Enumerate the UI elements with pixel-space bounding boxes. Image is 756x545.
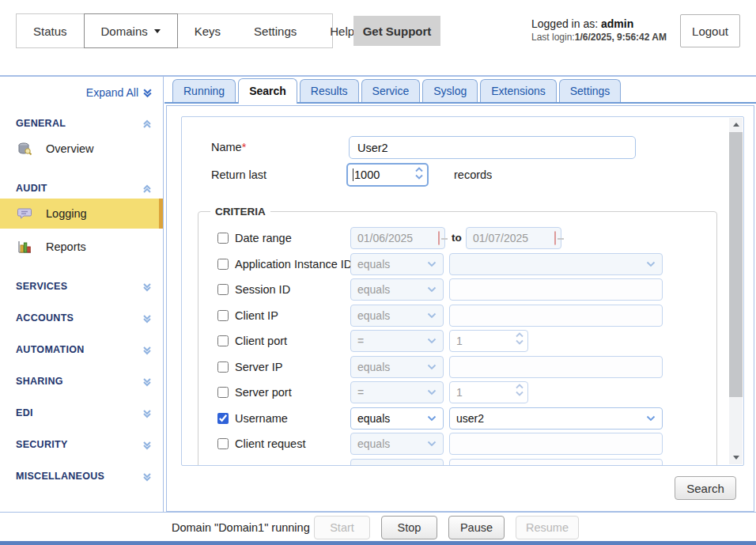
chevron-down-icon xyxy=(427,286,437,293)
logout-button[interactable]: Logout xyxy=(680,14,740,47)
spin-buttons[interactable] xyxy=(516,332,524,345)
sidebar: Expand All GENERAL Overview AUDIT xyxy=(0,77,164,512)
spin-down-icon[interactable] xyxy=(415,174,423,180)
expand-all-link[interactable]: Expand All xyxy=(0,77,163,99)
server-port-checkbox[interactable] xyxy=(217,387,229,398)
nav-domains[interactable]: Domains xyxy=(84,13,178,48)
port-number-input[interactable]: 1 xyxy=(449,381,528,403)
username-combobox[interactable]: user2 xyxy=(449,407,663,430)
tab-settings[interactable]: Settings xyxy=(559,79,622,102)
nav-status[interactable]: Status xyxy=(17,14,84,47)
value-input[interactable] xyxy=(449,278,663,301)
spin-buttons[interactable] xyxy=(415,167,423,180)
calendar-icon[interactable] xyxy=(438,232,440,244)
name-label: Name* xyxy=(211,141,246,153)
spin-up-icon[interactable] xyxy=(516,332,524,338)
operator-select[interactable]: equals xyxy=(350,253,444,275)
spin-up-icon[interactable] xyxy=(516,384,524,389)
sidebar-section-general[interactable]: GENERAL xyxy=(0,118,163,131)
nav-help-label: Help xyxy=(330,25,354,38)
username-checkbox[interactable] xyxy=(217,413,229,424)
resume-button[interactable]: Resume xyxy=(516,516,579,539)
client-request-checkbox[interactable] xyxy=(217,438,229,449)
port-number-input[interactable]: 1 xyxy=(449,330,528,352)
date-from-input[interactable]: 01/06/2025 xyxy=(350,227,445,249)
operator-select[interactable]: equals xyxy=(350,305,444,327)
operator-value: = xyxy=(357,335,364,347)
sidebar-item-overview[interactable]: Overview xyxy=(0,134,163,164)
start-button[interactable]: Start xyxy=(314,516,370,539)
main-nav: Status Domains Keys Settings Help xyxy=(16,13,333,48)
date-range-checkbox[interactable] xyxy=(217,233,229,244)
scrollbar-up-button[interactable] xyxy=(729,118,743,131)
session-id-checkbox[interactable] xyxy=(217,284,229,295)
client-ip-checkbox[interactable] xyxy=(217,310,229,321)
application-instance-id-checkbox[interactable] xyxy=(217,259,229,270)
operator-select[interactable]: = xyxy=(350,381,444,403)
get-support-button[interactable]: Get Support xyxy=(353,16,440,46)
top-header: Status Domains Keys Settings Help Get Su… xyxy=(0,0,756,75)
date-to-input[interactable]: 01/07/2025 xyxy=(466,227,561,249)
sidebar-section-audit[interactable]: AUDIT xyxy=(0,183,163,195)
sidebar-section-services[interactable]: SERVICES xyxy=(0,281,163,293)
sidebar-section-sharing[interactable]: SHARING xyxy=(0,376,163,388)
value-input[interactable] xyxy=(449,356,663,378)
nav-status-label: Status xyxy=(33,25,67,38)
scrollbar-thumb[interactable] xyxy=(729,132,743,397)
pause-button[interactable]: Pause xyxy=(448,516,505,539)
operator-select[interactable]: = xyxy=(350,330,444,352)
caret-down-icon xyxy=(154,29,161,33)
nav-settings[interactable]: Settings xyxy=(237,14,313,47)
client-port-checkbox[interactable] xyxy=(217,335,229,346)
bottom-accent-strip xyxy=(0,541,756,545)
double-chevron-down-icon xyxy=(142,409,152,418)
tab-service[interactable]: Service xyxy=(361,79,421,102)
operator-select[interactable]: equals xyxy=(350,278,444,301)
sidebar-section-automation[interactable]: AUTOMATION xyxy=(0,344,163,357)
search-button[interactable]: Search xyxy=(675,476,736,500)
tab-extensions[interactable]: Extensions xyxy=(480,79,556,102)
sidebar-item-reports[interactable]: Reports xyxy=(0,232,163,262)
value-combobox[interactable] xyxy=(449,253,663,275)
spin-up-icon[interactable] xyxy=(415,167,423,172)
chevron-down-icon xyxy=(427,364,437,370)
criteria-row-username: Username equals user2 xyxy=(198,406,716,432)
stop-button[interactable]: Stop xyxy=(381,516,437,539)
spin-down-icon[interactable] xyxy=(516,339,524,345)
operator-select[interactable] xyxy=(350,459,444,467)
operator-value: = xyxy=(357,386,364,399)
value-input[interactable] xyxy=(449,459,663,467)
tab-running[interactable]: Running xyxy=(172,79,236,102)
value-input[interactable] xyxy=(449,433,663,455)
sidebar-section-accounts[interactable]: ACCOUNTS xyxy=(0,312,163,325)
tab-search[interactable]: Search xyxy=(238,78,297,104)
sidebar-item-label: Reports xyxy=(46,240,86,253)
value-input[interactable] xyxy=(449,305,663,327)
scrollbar-down-button[interactable] xyxy=(729,451,743,464)
spin-down-icon[interactable] xyxy=(516,391,524,396)
calendar-icon[interactable] xyxy=(554,232,556,244)
search-form-scroll-area: Name* Return last 1000 records CRITERIA xyxy=(181,116,744,466)
tab-results[interactable]: Results xyxy=(300,79,359,102)
operator-select[interactable]: equals xyxy=(350,433,444,455)
section-label: SERVICES xyxy=(16,281,67,292)
name-input[interactable] xyxy=(349,136,636,159)
sidebar-section-miscellaneous[interactable]: MISCELLANEOUS xyxy=(0,471,163,483)
tab-syslog[interactable]: Syslog xyxy=(422,79,478,102)
server-ip-checkbox[interactable] xyxy=(217,361,229,373)
sidebar-section-edi[interactable]: EDI xyxy=(0,407,163,420)
spin-buttons[interactable] xyxy=(516,384,524,396)
vertical-scrollbar[interactable] xyxy=(729,118,743,464)
sidebar-item-label: Overview xyxy=(46,142,93,155)
sidebar-item-logging[interactable]: Logging xyxy=(0,199,163,229)
operator-value: equals xyxy=(357,258,390,271)
sidebar-section-security[interactable]: SECURITY xyxy=(0,439,163,452)
operator-select[interactable]: equals xyxy=(350,356,444,378)
return-last-input[interactable]: 1000 xyxy=(346,163,429,187)
records-label: records xyxy=(454,168,492,181)
row-label: Client port xyxy=(235,335,287,347)
login-info: Logged in as: admin Last login:1/6/2025,… xyxy=(531,17,674,44)
criteria-legend: CRITERIA xyxy=(210,206,270,218)
operator-select[interactable]: equals xyxy=(350,407,444,430)
nav-keys[interactable]: Keys xyxy=(178,14,237,47)
